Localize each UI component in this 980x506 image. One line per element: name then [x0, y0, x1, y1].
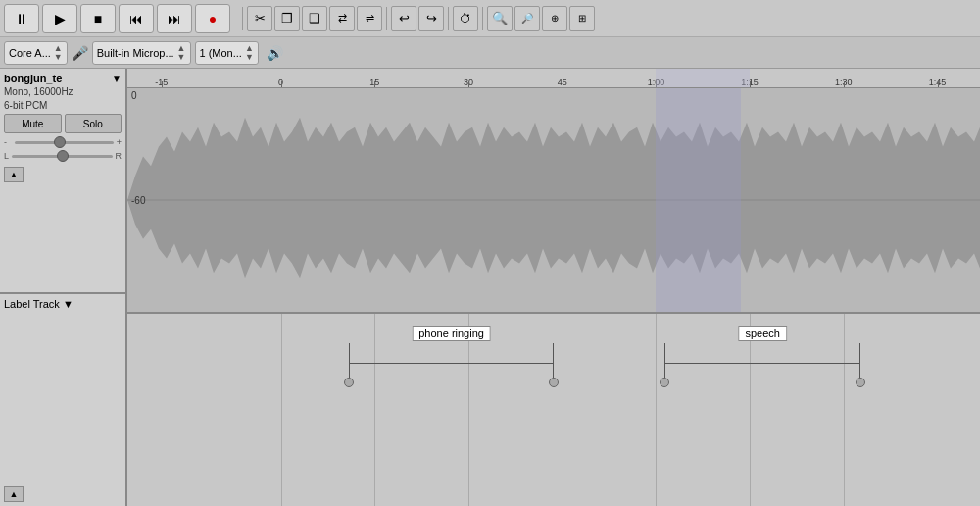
- zoom-sel-icon[interactable]: ⊞: [569, 6, 595, 31]
- icon-sep2: [448, 7, 449, 30]
- vtick-0: [281, 314, 282, 506]
- icon-sep: [386, 7, 387, 30]
- label-handle-right-speech[interactable]: [856, 378, 865, 387]
- label-region-phone[interactable]: phone ringing: [349, 343, 554, 382]
- icon-sep3: [482, 7, 483, 30]
- collapse-label-button[interactable]: ▲: [4, 486, 24, 502]
- label-handle-right-phone[interactable]: [549, 378, 559, 387]
- vtick-45: [563, 314, 564, 506]
- timeline-ruler: -15 0 15 30 45 1:00 1:15 1:30 1:45: [127, 69, 980, 88]
- db-60-label: -60: [131, 195, 145, 206]
- pan-l-label: L: [4, 151, 9, 161]
- track-panel: bongjun_te ▼ Mono, 16000Hz 6-bit PCM Mut…: [0, 69, 127, 506]
- volume-icon: 🔊: [267, 45, 283, 61]
- channel-select[interactable]: 1 (Mon... ▲▼: [195, 41, 259, 65]
- mute-solo-row: Mute Solo: [4, 114, 122, 133]
- gain-plus-label: +: [117, 137, 122, 147]
- collapse-audio-button[interactable]: ▲: [4, 167, 24, 182]
- pan-slider-row: L R: [4, 151, 122, 161]
- label-text-speech[interactable]: speech: [738, 326, 786, 341]
- copy-icon[interactable]: ❐: [274, 6, 300, 31]
- label-track-area[interactable]: phone ringing speech: [127, 314, 980, 506]
- gain-slider-track[interactable]: [15, 141, 114, 144]
- toolbar-icons: ✂ ❐ ❑ ⇄ ⇌ ↩ ↪ ⏱ 🔍 🔎 ⊕ ⊞: [247, 6, 595, 31]
- vtick-100: [656, 314, 657, 506]
- mute-button[interactable]: Mute: [4, 114, 62, 133]
- label-line-left-speech: [664, 343, 665, 382]
- main-area: bongjun_te ▼ Mono, 16000Hz 6-bit PCM Mut…: [0, 69, 980, 506]
- redo-icon[interactable]: ↪: [418, 6, 444, 31]
- transport-controls: ⏸ ▶ ■ ⏮ ⏭ ●: [4, 4, 230, 33]
- mic-select[interactable]: Built-in Microp... ▲▼: [92, 41, 191, 65]
- waveform-svg: [127, 88, 980, 312]
- label-track-name-row: Label Track ▼: [4, 298, 122, 310]
- label-handle-left-speech[interactable]: [660, 378, 669, 387]
- label-line-top-phone: [349, 363, 554, 364]
- audio-track-info: bongjun_te ▼ Mono, 16000Hz 6-bit PCM Mut…: [0, 69, 125, 294]
- channel-label: 1 (Mon...: [200, 47, 242, 59]
- label-line-left-phone: [349, 343, 350, 382]
- cut-icon[interactable]: ✂: [247, 6, 272, 31]
- stop-button[interactable]: ■: [80, 4, 116, 33]
- play-button[interactable]: ▶: [42, 4, 77, 33]
- pan-slider-thumb[interactable]: [57, 150, 69, 162]
- label-track-name: Label Track: [4, 298, 60, 310]
- label-handle-left-phone[interactable]: [344, 378, 354, 387]
- label-track-dropdown[interactable]: ▼: [63, 298, 74, 310]
- mic-icon: 🎤: [72, 45, 88, 61]
- track-name: bongjun_te: [4, 73, 62, 84]
- forward-button[interactable]: ⏭: [157, 4, 192, 33]
- mic-arrows: ▲▼: [177, 44, 186, 62]
- paste-icon[interactable]: ❑: [302, 6, 327, 31]
- track-dropdown[interactable]: ▼: [112, 74, 122, 84]
- label-line-right-phone: [553, 343, 554, 382]
- toolbar-separator: [242, 7, 243, 30]
- pan-r-label: R: [116, 151, 122, 161]
- label-line-top-speech: [664, 363, 860, 364]
- zoom-in-icon[interactable]: 🔍: [487, 6, 513, 31]
- undo-icon[interactable]: ↩: [391, 6, 416, 31]
- gain-minus-label: -: [4, 137, 12, 147]
- zoom-out-icon[interactable]: 🔎: [514, 6, 540, 31]
- pan-slider-track[interactable]: [12, 155, 112, 158]
- waveform-area: -15 0 15 30 45 1:00 1:15 1:30 1:45 0 -60: [127, 69, 980, 506]
- audio-output-label: Core A...: [9, 47, 51, 59]
- timer-icon[interactable]: ⏱: [453, 6, 478, 31]
- label-track-panel: Label Track ▼ ▲: [0, 294, 125, 506]
- audio-output-arrows: ▲▼: [54, 44, 63, 62]
- label-line-right-speech: [859, 343, 860, 382]
- mic-label: Built-in Microp...: [97, 47, 174, 59]
- pause-button[interactable]: ⏸: [4, 4, 39, 33]
- db-0-label: 0: [131, 90, 137, 101]
- track-meta1: Mono, 16000Hz: [4, 86, 122, 97]
- gain-slider-row: - +: [4, 137, 122, 147]
- audio-output-select[interactable]: Core A... ▲▼: [4, 41, 68, 65]
- record-button[interactable]: ●: [195, 4, 230, 33]
- label-text-phone[interactable]: phone ringing: [412, 326, 491, 341]
- label-region-speech[interactable]: speech: [664, 343, 860, 382]
- silence-icon[interactable]: ⇌: [357, 6, 382, 31]
- toolbar-second: Core A... ▲▼ 🎤 Built-in Microp... ▲▼ 1 (…: [0, 37, 980, 69]
- solo-button[interactable]: Solo: [65, 114, 122, 133]
- zoom-fit-icon[interactable]: ⊕: [542, 6, 567, 31]
- track-meta2: 6-bit PCM: [4, 100, 122, 111]
- toolbar-top: ⏸ ▶ ■ ⏮ ⏭ ● ✂ ❐ ❑ ⇄ ⇌ ↩ ↪ ⏱ 🔍 🔎 ⊕ ⊞: [0, 0, 980, 37]
- trim-icon[interactable]: ⇄: [329, 6, 355, 31]
- playhead-region: [656, 88, 741, 312]
- channel-arrows: ▲▼: [245, 44, 254, 62]
- track-name-row: bongjun_te ▼: [4, 73, 122, 84]
- gain-slider-thumb[interactable]: [54, 136, 66, 148]
- waveform-track[interactable]: 0 -60: [127, 88, 980, 314]
- rewind-button[interactable]: ⏮: [119, 4, 154, 33]
